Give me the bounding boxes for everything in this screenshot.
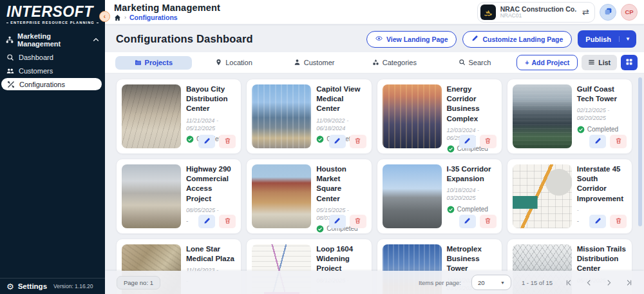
pencil-icon (464, 217, 471, 226)
project-title: I-35 Corridor Expansion (447, 164, 497, 184)
customize-landing-page-button[interactable]: Customize Landing Page (462, 31, 572, 48)
pagination-last-button[interactable] (625, 279, 632, 286)
company-selector[interactable]: NRAC Construction Co. NRAC01 ⇄ (477, 2, 595, 23)
app-root: INTERSOFT ENTERPRISE RESOURCE PLANNING M… (0, 0, 644, 294)
search-icon (459, 59, 466, 67)
edit-project-button[interactable] (589, 135, 606, 148)
gear-icon: ⚙ (6, 282, 14, 291)
project-card: Highway 290 Commercial Access Project 08… (116, 159, 242, 234)
pencil-icon (334, 137, 341, 146)
project-image (122, 164, 181, 228)
add-project-button[interactable]: + Add Project (516, 55, 578, 70)
chevron-down-icon[interactable]: ▼ (619, 36, 636, 42)
edit-project-button[interactable] (329, 215, 346, 228)
publish-button[interactable]: Publish ▼ (578, 30, 636, 48)
tools-icon (6, 80, 15, 88)
user-avatar[interactable]: CP (621, 4, 638, 21)
sidebar-section-marketing-management[interactable]: Marketing Management (0, 30, 105, 50)
project-card: Energy Corridor Business Complex 12/03/2… (377, 79, 502, 154)
sidebar-item-label: Configurations (19, 81, 65, 88)
list-view-button[interactable]: List (582, 55, 617, 70)
sidebar-item-dashboard[interactable]: Dashboard (0, 51, 105, 63)
project-title: Mission Trails Distribution Center (577, 244, 627, 274)
dashboard-icon (6, 53, 14, 61)
trash-icon (484, 217, 491, 226)
project-card: Houston Market Square Center 05/15/2025 … (246, 159, 372, 234)
sidebar-item-customers[interactable]: Customers (0, 64, 105, 77)
pagination-bar: Page no: 1 Items per page: 20 ▼ 1 - 15 o… (105, 271, 644, 294)
sidebar-item-configurations[interactable]: Configurations (1, 78, 102, 90)
layers-icon (604, 7, 612, 17)
delete-project-button[interactable] (219, 135, 236, 148)
users-icon (6, 66, 14, 75)
edit-project-button[interactable] (459, 215, 476, 228)
project-card: I-35 Corridor Expansion 10/18/2024 - 03/… (377, 159, 502, 234)
edit-project-button[interactable] (198, 135, 215, 148)
project-image (252, 84, 311, 148)
pagination-next-button[interactable] (605, 279, 612, 286)
project-card: Gulf Coast Tech Tower 02/12/2025 - 08/20… (507, 79, 632, 154)
pagination-prev-button[interactable] (585, 279, 592, 286)
pencil-icon (204, 137, 211, 146)
project-dates: 10/18/2024 - 03/20/2025 (447, 186, 497, 202)
person-icon (294, 59, 301, 67)
project-card: Bayou City Distribution Center 11/21/202… (116, 79, 242, 154)
chevron-up-icon (91, 36, 100, 44)
project-image (513, 164, 572, 228)
delete-project-button[interactable] (480, 135, 497, 148)
view-landing-page-button[interactable]: View Landing Page (366, 31, 457, 48)
edit-project-button[interactable] (589, 215, 606, 228)
trash-icon (224, 137, 231, 146)
tab-customer[interactable]: Customer (276, 56, 352, 70)
sidebar: INTERSOFT ENTERPRISE RESOURCE PLANNING M… (0, 0, 105, 294)
apps-button[interactable] (600, 4, 616, 21)
categories-icon (372, 59, 379, 67)
list-icon (588, 59, 595, 67)
trash-icon (354, 137, 361, 146)
trash-icon (354, 217, 361, 226)
trash-icon (615, 137, 622, 146)
pagination-first-button[interactable] (565, 279, 573, 286)
pencil-icon (594, 137, 601, 146)
delete-project-button[interactable] (219, 215, 236, 228)
project-image (383, 84, 442, 148)
company-code: NRAC01 (500, 13, 576, 19)
project-grid: Bayou City Distribution Center 11/21/202… (105, 74, 644, 294)
pencil-icon (204, 217, 211, 226)
scrollbar-thumb[interactable] (638, 77, 642, 226)
delete-project-button[interactable] (610, 135, 627, 148)
project-image (513, 84, 572, 148)
project-title: Bayou City Distribution Center (186, 84, 236, 114)
tab-search[interactable]: Search (437, 56, 513, 70)
home-icon[interactable] (114, 14, 121, 21)
project-dates: 08/05/2025 - (186, 206, 236, 214)
delete-project-button[interactable] (350, 215, 366, 228)
page-header: Configurations Dashboard View Landing Pa… (105, 24, 644, 52)
pencil-icon (471, 35, 478, 43)
items-per-page-label: Items per page: (419, 279, 461, 286)
main-area: Marketing Management › Configurations NR… (105, 0, 644, 294)
sidebar-item-label: Customers (19, 67, 53, 75)
delete-project-button[interactable] (350, 135, 366, 148)
items-per-page-select[interactable]: 20 ▼ (471, 275, 511, 290)
project-title: Metroplex Business Tower (447, 244, 497, 274)
project-dates: 02/12/2025 - 08/20/2025 (577, 106, 627, 122)
vertical-scrollbar[interactable] (638, 77, 642, 268)
tab-categories[interactable]: Categories (356, 56, 433, 70)
delete-project-button[interactable] (480, 215, 497, 228)
edit-project-button[interactable] (459, 135, 476, 148)
eye-icon (375, 35, 383, 43)
tab-projects[interactable]: Projects (115, 56, 192, 70)
edit-project-button[interactable] (198, 215, 215, 228)
switch-company-icon[interactable]: ⇄ (582, 7, 589, 17)
project-title: Houston Market Square Center (316, 164, 366, 204)
sidebar-collapse-button[interactable]: ‹ (99, 11, 110, 22)
breadcrumb-current[interactable]: Configurations (129, 14, 178, 21)
edit-project-button[interactable] (329, 135, 346, 148)
settings-button[interactable]: Settings (18, 282, 47, 290)
check-circle-icon (447, 206, 455, 213)
tab-location[interactable]: Location (196, 56, 272, 70)
delete-project-button[interactable] (610, 215, 627, 228)
page-number-chip: Page no: 1 (117, 276, 160, 289)
grid-view-button[interactable] (621, 55, 638, 70)
